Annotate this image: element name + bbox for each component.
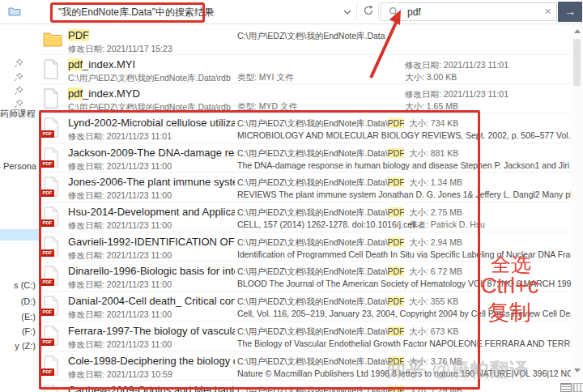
file-name: pdf_index.MYI [68,58,235,70]
vertical-scrollbar[interactable] [571,24,583,379]
highlighted-match: PDF [68,29,89,41]
file-name: pdf_index.MYD [68,87,235,100]
pushpin-icon [14,86,23,96]
file-row-myd[interactable]: pdf_index.MYD C:\用户\EDZ\文档\我的EndNote库.Da… [39,84,571,113]
sidebar-item-drive-d[interactable]: (D:) [21,296,36,306]
highlighted-match: pdf [68,58,83,70]
grid-view-icon[interactable] [572,383,583,392]
file-path: C:\用户\EDZ\文档\我的EndNote库.Data\rdb [68,73,235,84]
annotation-arrow [360,6,409,83]
file-name: PDF [68,29,235,41]
watermark: 知乎 @唐帕翻译 [387,357,529,382]
chevron-down-icon[interactable] [343,7,352,17]
annotation-copy: 复制 [487,298,531,327]
sidebar-item-drive-f[interactable]: (F:) [22,326,36,336]
annotation-box-breadcrumb [50,2,205,23]
sidebar-item-label[interactable]: 药师课程 [0,108,36,120]
scroll-down-arrow[interactable] [574,369,581,373]
close-icon[interactable]: × [545,5,551,18]
scrollbar-thumb[interactable] [573,39,581,86]
sidebar-selected-item[interactable] [0,229,39,241]
search-go-button[interactable]: → [558,2,582,22]
file-icon [43,59,62,80]
scroll-up-arrow[interactable] [574,29,581,33]
folder-icon [8,5,21,18]
annotation-box-results [39,110,480,390]
folder-icon [43,30,62,51]
divider [356,3,357,19]
file-type: 类型: MYI 文件 [237,72,293,83]
sidebar-item-label[interactable]: - Persona [0,161,36,171]
file-icon [43,88,62,109]
file-date: 修改日期: 2021/11/17 15:23 [68,44,235,55]
file-date: 修改日期: 2021/11/23 11:01 [405,89,509,100]
chevron-right-icon[interactable]: › [211,5,214,17]
sidebar-item-drive-c[interactable]: s (C:) [14,280,36,290]
highlighted-match: pdf [68,87,83,100]
pushpin-icon [14,58,23,68]
sidebar-item-drive-e[interactable]: (E:) [21,312,36,322]
search-query-text: pdf [407,6,421,18]
pushpin-icon [14,72,23,82]
list-view-icon[interactable] [560,383,572,392]
file-size: 大小: 3.00 KB [405,72,457,83]
sidebar-item-drive-z[interactable]: y (Z:) [15,341,36,351]
file-date: 修改日期: 2021/11/23 11:01 [405,60,509,71]
file-name-rest: _index.MYI [83,58,135,70]
file-name-rest: _index.MYD [83,87,140,100]
annotation-shortcut: Ctrl+c [481,274,538,299]
file-row-pdf-folder[interactable]: PDF 修改日期: 2021/11/17 15:23 C:\用户\EDZ\文档\… [39,26,571,55]
file-row-myi[interactable]: pdf_index.MYI C:\用户\EDZ\文档\我的EndNote库.Da… [39,55,571,84]
